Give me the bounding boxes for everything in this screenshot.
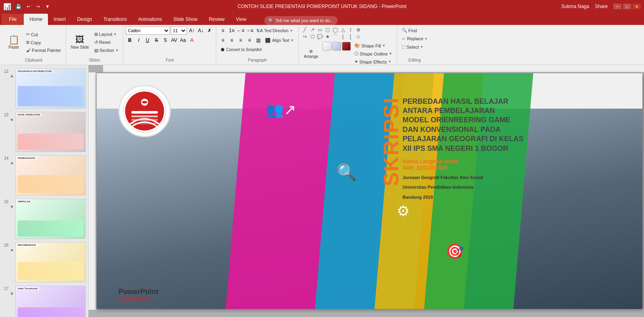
bullets-btn[interactable]: ≡ — [219, 27, 227, 35]
main-title-block: PERBEDAAN HASIL BELAJAR ANTARA PEMBELAJA… — [403, 97, 524, 153]
slide-preview-12: DIAGRAM ALUR PENELITIAN — [15, 68, 86, 109]
shape-triangle[interactable]: △ — [340, 27, 347, 33]
font-name-select[interactable]: Calibri — [126, 27, 170, 35]
font-color-btn[interactable]: A — [188, 36, 196, 44]
qs-item-2[interactable] — [332, 42, 341, 51]
tab-transitions[interactable]: Transitions — [98, 14, 133, 25]
close-btn[interactable]: ✕ — [633, 4, 641, 9]
shape-outline-button[interactable]: ⬡ Shape Outline ▼ — [352, 50, 394, 58]
tab-animations[interactable]: Animations — [133, 14, 168, 25]
tab-home[interactable]: Home — [24, 14, 48, 25]
find-button[interactable]: 🔍 Find — [400, 27, 419, 34]
svg-point-9 — [142, 101, 147, 104]
slide-thumb-12[interactable]: 12 ★ DIAGRAM ALUR PENELITIAN — [2, 67, 87, 110]
justify-btn[interactable]: ≡ — [245, 36, 253, 44]
shape-fill-button[interactable]: 🎨 Shape Fill ▼ — [352, 42, 394, 49]
shape-curve[interactable]: ⌒ — [332, 33, 339, 40]
tab-design[interactable]: Design — [71, 14, 97, 25]
font-label: Font — [166, 58, 174, 63]
undo-btn[interactable]: ↩ — [24, 2, 32, 10]
paste-button[interactable]: 📋 Paste — [4, 34, 23, 51]
shape-star[interactable]: ★ — [324, 33, 331, 40]
tab-file[interactable]: File — [2, 14, 24, 25]
convert-smartart-button[interactable]: ⬟ Convert to SmartArt — [219, 46, 263, 54]
shape-bend-arrow[interactable]: ↪ — [301, 33, 309, 40]
effects-icon: ✦ — [354, 59, 358, 64]
numbering-btn[interactable]: 1≡ — [228, 27, 236, 35]
copy-button[interactable]: ⧉ Copy — [24, 39, 63, 46]
slide-thumb-15[interactable]: 15 ★ SIMPULAN — [2, 197, 87, 241]
align-text-button[interactable]: ⬛ Align Text ▼ — [263, 37, 296, 44]
reset-button[interactable]: ↺ Reset — [92, 39, 121, 46]
arrange-button[interactable]: ⊞ Arrange — [301, 42, 321, 66]
col-btn[interactable]: ▥ — [254, 36, 262, 44]
new-slide-button[interactable]: 🖼 New Slide — [68, 34, 91, 51]
strikethrough-button[interactable]: S — [152, 36, 160, 44]
align-center-btn[interactable]: ≡ — [228, 36, 236, 44]
shape-oval[interactable]: ◯ — [332, 27, 339, 33]
drawing-group: ╱ ↗ ▭ ▢ ◯ △ ⟩ ⊕ ↪ ⬠ 💬 ★ ⌒ { [ ◇ ⊞ Ar — [299, 26, 397, 64]
increase-font-btn[interactable]: A↑ — [188, 27, 196, 35]
bold-button[interactable]: B — [126, 36, 134, 44]
redo-btn[interactable]: ↪ — [34, 2, 42, 10]
slide-canvas[interactable]: 👥↗ 🔍 ⚙ 🎯 — [97, 73, 642, 309]
tab-review[interactable]: Review — [203, 14, 230, 25]
italic-button[interactable]: I — [135, 36, 143, 44]
paragraph-group: ≡ 1≡ ←≡ →≡ ⇅A Text Direction ▼ ≡ ≡ ≡ ≡ ▥… — [216, 26, 298, 64]
font-size-select[interactable]: 11 — [171, 27, 187, 35]
cut-button[interactable]: ✂ Cut — [24, 31, 63, 38]
font-row-2: B I U S S AV Aa A — [126, 36, 196, 44]
shape-line[interactable]: ╱ — [301, 27, 309, 33]
maximize-btn[interactable]: □ — [623, 4, 631, 9]
tab-slideshow[interactable]: Slide Show — [168, 14, 203, 25]
char-spacing-btn[interactable]: AV — [170, 36, 178, 44]
shape-brace[interactable]: { — [340, 33, 347, 40]
tab-insert[interactable]: Insert — [48, 14, 71, 25]
shape-pentagon[interactable]: ⬠ — [309, 33, 316, 40]
editing-content: 🔍 Find ↔ Replace ▼ ⬚ Select ▼ — [400, 27, 430, 58]
clear-format-btn[interactable]: ✗ — [205, 27, 213, 35]
shape-rect[interactable]: ▭ — [317, 27, 324, 33]
shape-effects-button[interactable]: ✦ Shape Effects ▼ — [352, 58, 394, 66]
replace-button[interactable]: ↔ Replace ▼ — [400, 35, 430, 42]
slide-thumb-14[interactable]: 14 ★ PEMBAHASAN — [2, 154, 87, 197]
shape-arrow[interactable]: ↗ — [309, 27, 316, 33]
select-button[interactable]: ⬚ Select ▼ — [400, 43, 426, 51]
increase-indent-btn[interactable]: →≡ — [245, 27, 253, 35]
tab-view[interactable]: View — [230, 14, 252, 25]
case-btn[interactable]: Aa — [179, 36, 187, 44]
decrease-indent-btn[interactable]: ←≡ — [236, 27, 244, 35]
save-btn[interactable]: 💾 — [14, 2, 23, 10]
slide-panel[interactable]: 12 ★ DIAGRAM ALUR PENELITIAN 13 ★ HASIL … — [0, 65, 89, 317]
align-right-btn[interactable]: ≡ — [236, 36, 244, 44]
align-left-btn[interactable]: ≡ — [219, 36, 227, 44]
customize-btn[interactable]: ▼ — [43, 2, 52, 10]
section-button[interactable]: ▤ Section ▼ — [92, 47, 121, 54]
shape-diamond[interactable]: ◇ — [355, 33, 362, 40]
shape-more[interactable]: ⊕ — [355, 27, 362, 33]
canvas-area[interactable]: // ruler marks via JS below — [89, 65, 644, 317]
qs-item-1[interactable] — [323, 42, 331, 51]
shape-bracket[interactable]: [ — [347, 33, 354, 40]
shape-chevron[interactable]: ⟩ — [347, 27, 354, 33]
text-direction-button[interactable]: ⇅A Text Direction ▼ — [254, 27, 295, 35]
slide-thumb-16[interactable]: 16 ★ REKOMENDASI — [2, 241, 87, 284]
share-btn[interactable]: Share — [595, 4, 608, 9]
text-shadow-button[interactable]: S — [161, 36, 169, 44]
align-text-icon: ⬛ — [265, 38, 271, 43]
shape-callout[interactable]: 💬 — [317, 33, 324, 40]
institution-line-2: Universitas Pendidikan Indonesia — [403, 184, 632, 191]
minimize-btn[interactable]: ─ — [613, 4, 621, 9]
format-painter-button[interactable]: 🖌 Format Painter — [24, 47, 63, 54]
section-icon: ▤ — [94, 48, 98, 53]
slide-thumb-13[interactable]: 13 ★ HASIL PENELITIAN — [2, 110, 87, 154]
shape-rounded-rect[interactable]: ▢ — [324, 27, 331, 33]
qs-item-3[interactable] — [342, 42, 351, 51]
underline-button[interactable]: U — [143, 36, 151, 44]
ribbon: 📋 Paste ✂ Cut ⧉ Copy 🖌 Format Painter — [0, 25, 644, 65]
icon-search: 🔍 — [337, 163, 357, 182]
decrease-font-btn[interactable]: A↓ — [197, 27, 205, 35]
slide-thumb-17[interactable]: 17 ★ Hajar Teruskanak — [2, 284, 87, 317]
layout-button[interactable]: ⊞ Layout ▼ — [92, 31, 121, 38]
tell-me-search[interactable]: 🔍 Tell me what you want to do... — [264, 16, 338, 25]
